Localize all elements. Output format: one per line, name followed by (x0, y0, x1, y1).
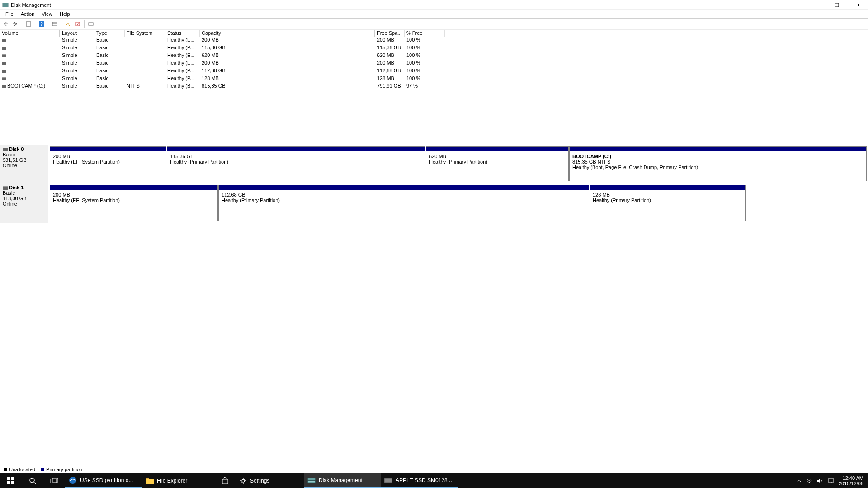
system-tray: 12:40 AM 2015/12/06 (797, 475, 868, 486)
svg-rect-22 (51, 479, 56, 483)
tray-notifications-icon[interactable] (828, 478, 834, 483)
task-diskmgmt[interactable]: Disk Management (304, 473, 381, 488)
svg-rect-8 (26, 22, 31, 26)
tray-wifi-icon[interactable] (806, 478, 812, 483)
col-fs[interactable]: File System (125, 30, 165, 37)
legend-primary: Primary partition (41, 467, 82, 472)
col-layout[interactable]: Layout (60, 30, 94, 37)
app-icon (2, 1, 9, 9)
volume-row[interactable]: SimpleBasicHealthy (P...112,68 GB112,68 … (0, 68, 868, 75)
toolbar-icon-3[interactable] (73, 19, 82, 28)
svg-rect-16 (7, 477, 10, 480)
properties-icon[interactable] (24, 19, 33, 28)
minimize-button[interactable] (806, 0, 826, 10)
menu-view[interactable]: View (38, 10, 56, 18)
partition[interactable]: 620 MBHealthy (Primary Partition) (426, 146, 569, 181)
partition[interactable]: BOOTCAMP (C:)815,35 GB NTFSHealthy (Boot… (569, 146, 867, 181)
svg-rect-15 (89, 23, 93, 25)
svg-rect-3 (835, 3, 839, 7)
svg-rect-1 (3, 5, 8, 7)
start-button[interactable] (0, 473, 22, 488)
tray-chevron-icon[interactable] (797, 479, 802, 483)
col-volume[interactable]: Volume (0, 30, 60, 37)
volume-row[interactable]: SimpleBasicHealthy (P...128 MB128 MB100 … (0, 75, 868, 83)
back-icon[interactable] (1, 19, 10, 28)
volume-row[interactable]: SimpleBasicHealthy (E...620 MB620 MB100 … (0, 52, 868, 60)
task-ssd[interactable]: APPLE SSD SM0128... (381, 473, 458, 488)
col-status[interactable]: Status (165, 30, 200, 37)
volume-list: Volume Layout Type File System Status Ca… (0, 29, 868, 145)
svg-rect-29 (308, 478, 315, 480)
menu-bar: File Action View Help (0, 10, 868, 19)
partition[interactable]: 112,68 GBHealthy (Primary Partition) (218, 185, 589, 221)
svg-rect-27 (222, 479, 228, 484)
disk-row: Disk 1Basic113,00 GBOnline200 MBHealthy … (0, 183, 868, 223)
help-icon[interactable]: ? (37, 19, 46, 28)
col-capacity[interactable]: Capacity (200, 30, 375, 37)
disk-row: Disk 0Basic931,51 GBOnline200 MBHealthy … (0, 145, 868, 183)
menu-help[interactable]: Help (56, 10, 74, 18)
col-pfree[interactable]: % Free (405, 30, 445, 37)
maximize-button[interactable] (826, 0, 847, 10)
task-explorer[interactable]: File Explorer (142, 473, 214, 488)
volume-row[interactable]: BOOTCAMP (C:)SimpleBasicNTFSHealthy (B..… (0, 83, 868, 91)
close-button[interactable] (847, 0, 868, 10)
forward-icon[interactable] (11, 19, 20, 28)
menu-file[interactable]: File (2, 10, 17, 18)
partition[interactable]: 128 MBHealthy (Primary Partition) (590, 185, 746, 221)
task-edge[interactable]: USe SSD partition o... (65, 473, 142, 488)
partition[interactable]: 200 MBHealthy (EFI System Partition) (50, 185, 218, 221)
partition[interactable]: 200 MBHealthy (EFI System Partition) (50, 146, 166, 181)
disk-info[interactable]: Disk 1Basic113,00 GBOnline (0, 183, 48, 223)
svg-rect-33 (828, 479, 834, 482)
task-store[interactable] (214, 473, 236, 488)
svg-rect-26 (146, 478, 149, 479)
svg-point-32 (809, 482, 810, 483)
svg-text:?: ? (40, 22, 43, 27)
svg-rect-30 (308, 481, 315, 483)
tray-clock[interactable]: 12:40 AM 2015/12/06 (839, 475, 866, 486)
toolbar-icon-1[interactable] (50, 19, 59, 28)
legend-unallocated: Unallocated (4, 467, 35, 472)
title-bar: Disk Management (0, 0, 868, 10)
volume-row[interactable]: SimpleBasicHealthy (E...200 MB200 MB100 … (0, 60, 868, 68)
legend: Unallocated Primary partition (0, 465, 868, 473)
svg-rect-25 (146, 479, 154, 484)
svg-line-21 (34, 482, 36, 484)
svg-rect-18 (7, 481, 10, 484)
svg-rect-17 (11, 477, 14, 480)
col-type[interactable]: Type (94, 30, 125, 37)
task-settings[interactable]: Settings (236, 473, 304, 488)
col-free[interactable]: Free Spa... (375, 30, 405, 37)
disk-info[interactable]: Disk 0Basic931,51 GBOnline (0, 145, 48, 183)
svg-rect-0 (3, 3, 8, 5)
window-title: Disk Management (11, 2, 51, 8)
list-header: Volume Layout Type File System Status Ca… (0, 29, 868, 37)
menu-action[interactable]: Action (17, 10, 38, 18)
svg-point-28 (242, 479, 245, 482)
tray-volume-icon[interactable] (817, 478, 823, 483)
volume-row[interactable]: SimpleBasicHealthy (P...115,36 GB115,36 … (0, 45, 868, 52)
volume-row[interactable]: SimpleBasicHealthy (E...200 MB200 MB100 … (0, 37, 868, 45)
taskbar: USe SSD partition o... File Explorer Set… (0, 473, 868, 488)
partition[interactable]: 115,36 GBHealthy (Primary Partition) (167, 146, 425, 181)
svg-rect-23 (52, 478, 58, 482)
search-button[interactable] (22, 473, 43, 488)
svg-rect-12 (52, 22, 57, 26)
toolbar-icon-4[interactable] (86, 19, 95, 28)
svg-rect-19 (11, 481, 14, 484)
toolbar: ? (0, 19, 868, 29)
svg-point-20 (30, 478, 34, 483)
svg-rect-31 (384, 478, 392, 483)
graphical-view: Disk 0Basic931,51 GBOnline200 MBHealthy … (0, 145, 868, 223)
taskview-button[interactable] (43, 473, 65, 488)
toolbar-icon-2[interactable] (63, 19, 72, 28)
